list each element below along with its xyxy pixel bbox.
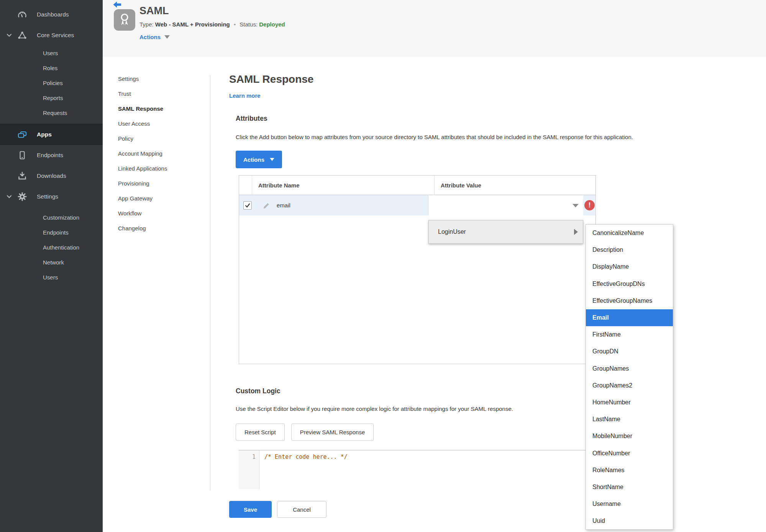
sidebar-item-label: Apps: [37, 131, 52, 138]
subnav-item-workflow[interactable]: Workflow: [118, 206, 204, 221]
subnav-item-changelog[interactable]: Changelog: [118, 221, 204, 236]
ribbon-badge-icon: [118, 12, 131, 28]
submenu-item-shortname[interactable]: ShortName: [586, 479, 673, 496]
sidebar-item-downloads[interactable]: Downloads: [0, 166, 103, 186]
footer-actions: Save Cancel: [229, 501, 326, 518]
sidebar-item-label: Downloads: [37, 172, 66, 179]
submenu-item-groupdn[interactable]: GroupDN: [586, 343, 673, 360]
submenu-item-email[interactable]: Email: [586, 309, 673, 326]
sidebar-item-settings[interactable]: Settings: [0, 186, 103, 207]
app-subnav: Settings Trust SAML Response User Access…: [118, 71, 204, 236]
type-label: Type:: [139, 21, 154, 28]
sidebar-item-users[interactable]: Users: [0, 46, 103, 61]
sidebar-item-endpoints-settings[interactable]: Endpoints: [0, 225, 103, 240]
attributes-actions-button[interactable]: Actions: [236, 151, 282, 168]
subnav-item-account-mapping[interactable]: Account Mapping: [118, 146, 204, 161]
submenu-item-description[interactable]: Description: [586, 241, 673, 258]
caret-down-icon: [270, 158, 274, 161]
dashboards-icon: [16, 10, 28, 19]
table-header: Attribute Name Attribute Value: [239, 176, 595, 195]
attributes-table: Attribute Name Attribute Value email: [239, 175, 596, 364]
sidebar-item-label: Endpoints: [37, 152, 63, 159]
status-badge: Deployed: [259, 21, 285, 28]
subnav-item-app-gateway[interactable]: App Gateway: [118, 191, 204, 206]
attributes-heading: Attributes: [236, 115, 764, 123]
subnav-item-user-access[interactable]: User Access: [118, 116, 204, 131]
app-title: SAML: [139, 5, 285, 17]
attribute-value-cell: !: [428, 195, 595, 215]
submenu-item-groupnames2[interactable]: GroupNames2: [586, 377, 673, 394]
sidebar-item-requests[interactable]: Requests: [0, 105, 103, 120]
sidebar-item-label: Settings: [37, 193, 58, 200]
apps-icon: [16, 130, 28, 139]
attribute-name-cell: email: [277, 202, 290, 209]
table-header-attribute-name: Attribute Name: [252, 176, 435, 195]
submenu-arrow-icon: [574, 229, 578, 235]
endpoints-icon: [16, 150, 28, 160]
downloads-icon: [16, 171, 28, 181]
sidebar-item-dashboards[interactable]: Dashboards: [0, 4, 103, 25]
chevron-down-icon[interactable]: [5, 193, 13, 200]
custom-logic-section: Custom Logic Use the Script Editor below…: [236, 383, 599, 489]
row-checkbox[interactable]: [243, 201, 252, 210]
table-header-checkbox-col: [239, 176, 252, 195]
type-value: Web - SAML + Provisioning: [155, 21, 230, 28]
app-meta: Type: Web - SAML + Provisioning • Status…: [139, 21, 285, 28]
submenu-item-effectivegroupnames[interactable]: EffectiveGroupNames: [586, 292, 673, 309]
subnav-item-saml-response[interactable]: SAML Response: [118, 101, 204, 116]
editor-code[interactable]: /* Enter code here... */: [259, 450, 596, 489]
submenu-item-firstname[interactable]: FirstName: [586, 326, 673, 343]
sidebar-item-core-services[interactable]: Core Services: [0, 25, 103, 46]
chevron-down-icon[interactable]: [5, 32, 13, 39]
main-content: SAML Response Learn more Attributes Clic…: [229, 68, 764, 364]
save-button[interactable]: Save: [229, 501, 272, 518]
submenu-item-rolenames[interactable]: RoleNames: [586, 462, 673, 479]
status-label: Status:: [239, 21, 258, 28]
submenu-item-mobilenumber[interactable]: MobileNumber: [586, 428, 673, 445]
subnav-item-provisioning[interactable]: Provisioning: [118, 176, 204, 191]
subnav-item-policy[interactable]: Policy: [118, 131, 204, 146]
submenu-item-homenumber[interactable]: HomeNumber: [586, 394, 673, 411]
app-header: SAML Type: Web - SAML + Provisioning • S…: [103, 0, 766, 57]
sidebar-item-roles[interactable]: Roles: [0, 61, 103, 76]
submenu-item-effectivegroupdns[interactable]: EffectiveGroupDNs: [586, 276, 673, 292]
sidebar-item-label: Dashboards: [37, 11, 69, 18]
attribute-value-dropdown[interactable]: [428, 195, 583, 215]
submenu-item-groupnames[interactable]: GroupNames: [586, 360, 673, 377]
learn-more-link[interactable]: Learn more: [229, 92, 261, 99]
submenu-item-uuid[interactable]: Uuid: [586, 512, 673, 529]
submenu-item-displayname[interactable]: DisplayName: [586, 258, 673, 275]
sidebar-item-reports[interactable]: Reports: [0, 90, 103, 105]
preview-saml-response-button[interactable]: Preview SAML Response: [291, 424, 374, 441]
separator-dot: •: [234, 21, 236, 28]
table-row[interactable]: email !: [239, 195, 595, 215]
edit-pencil-icon[interactable]: [262, 201, 270, 210]
subnav-item-trust[interactable]: Trust: [118, 86, 204, 101]
custom-logic-description: Use the Script Editor below if you requi…: [236, 406, 599, 412]
cancel-button[interactable]: Cancel: [277, 501, 326, 518]
submenu-item-officenumber[interactable]: OfficeNumber: [586, 445, 673, 461]
actions-button-label: Actions: [243, 156, 264, 163]
dropdown-item-loginuser[interactable]: LoginUser: [438, 228, 466, 235]
submenu-item-canonicalizename[interactable]: CanonicalizeName: [586, 225, 673, 241]
sidebar-item-endpoints[interactable]: Endpoints: [0, 145, 103, 166]
sidebar-item-customization[interactable]: Customization: [0, 210, 103, 225]
subnav-item-settings[interactable]: Settings: [118, 71, 204, 86]
script-editor[interactable]: 1 /* Enter code here... */: [239, 450, 596, 489]
value-dropdown-menu[interactable]: LoginUser: [428, 220, 583, 244]
reset-script-button[interactable]: Reset Script: [236, 424, 285, 441]
submenu-item-username[interactable]: Username: [586, 496, 673, 512]
sidebar-item-apps[interactable]: Apps: [0, 124, 103, 145]
sidebar-item-users-settings[interactable]: Users: [0, 270, 103, 285]
header-actions-menu[interactable]: Actions: [139, 34, 170, 40]
sidebar: Dashboards Core Services Users Roles Pol…: [0, 0, 103, 532]
subnav-item-linked-applications[interactable]: Linked Applications: [118, 161, 204, 176]
sidebar-item-network[interactable]: Network: [0, 255, 103, 270]
back-icon[interactable]: [113, 1, 122, 9]
attributes-description: Click the Add button below to map attrib…: [236, 134, 741, 140]
sidebar-item-authentication[interactable]: Authentication: [0, 240, 103, 255]
sidebar-item-policies[interactable]: Policies: [0, 76, 103, 90]
submenu-item-lastname[interactable]: LastName: [586, 411, 673, 428]
editor-line-number: 1: [239, 450, 259, 489]
subnav-divider: [210, 75, 210, 491]
